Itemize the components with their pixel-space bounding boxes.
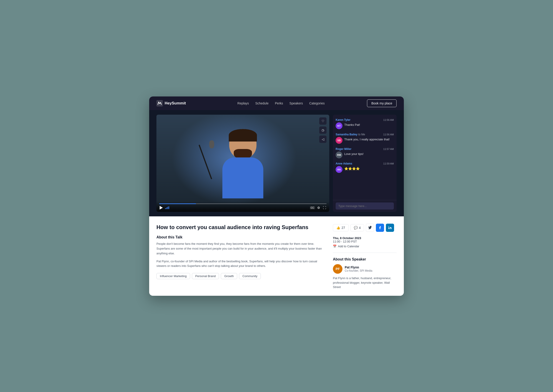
chat-time: 11:59 AM (383, 162, 394, 165)
like-button[interactable]: 👍 27 (333, 224, 349, 231)
logo[interactable]: HeySummit (156, 100, 186, 106)
chat-message: Karen Tyler 11:56 AM KT Thanks Pat! (336, 118, 394, 129)
settings-icon[interactable]: ⚙ (317, 205, 321, 210)
comment-button[interactable]: 💬 4 (350, 224, 364, 231)
play-icon (160, 206, 163, 210)
talk-title: How to convert you casual audience into … (156, 224, 324, 231)
speaker-heading: About this Speaker (333, 257, 397, 261)
linkedin-share-button[interactable] (386, 224, 394, 232)
tag-personal-brand[interactable]: Personal Brand (192, 273, 219, 279)
play-button[interactable] (159, 205, 163, 210)
video-thumbnail: ♡ ◷ ◁ (156, 115, 329, 212)
progress-fill (159, 203, 196, 204)
chat-input-area (333, 200, 397, 212)
heart-icon[interactable]: ♡ (319, 117, 326, 125)
thumbs-up-icon: 👍 (336, 226, 340, 230)
share-icon[interactable]: ◁ (319, 136, 326, 143)
chat-sender-name: Roger Miller (336, 147, 351, 151)
tag-growth[interactable]: Growth (221, 273, 237, 279)
chat-time: 11:57 AM (383, 148, 394, 150)
avatar: SB (336, 137, 342, 144)
tags-row: Influencer Marketing Personal Brand Grow… (156, 273, 324, 279)
chat-sender-name: Anne Adams (336, 162, 352, 165)
speaker-info: Pat Flynn Co-founder, SPI Media (345, 266, 372, 272)
clock-icon[interactable]: ◷ (319, 126, 326, 134)
add-calendar-label: Add to Calendar (338, 245, 359, 248)
nav-perks[interactable]: Perks (275, 101, 283, 105)
content-sidebar: 👍 27 💬 4 Thu, 8 October (333, 224, 397, 289)
video-side-icons: ♡ ◷ ◁ (319, 117, 326, 143)
date-block: Thu, 8 October 2023 11:00 - 12:00 PST 📅 … (333, 236, 397, 248)
comment-icon: 💬 (354, 226, 358, 230)
nav-schedule[interactable]: Schedule (255, 101, 269, 105)
fullscreen-icon[interactable]: ⛶ (322, 205, 326, 210)
comment-count: 4 (359, 226, 361, 230)
chat-time: 11:56 AM (383, 119, 394, 121)
nav-categories[interactable]: Categories (309, 101, 325, 105)
speaker-avatar: PF (333, 264, 342, 274)
speaker-row: PF Pat Flynn Co-founder, SPI Media (333, 264, 397, 274)
chat-text: Thank you, I really appreciate that! (344, 137, 389, 141)
like-count: 27 (342, 226, 345, 230)
video-controls: CC ⚙ ⛶ (156, 202, 329, 212)
facebook-share-button[interactable] (376, 224, 384, 232)
about-heading: About this Talk (156, 235, 324, 239)
speaker-title: Co-founder, SPI Media (345, 269, 372, 272)
tag-influencer-marketing[interactable]: Influencer Marketing (156, 273, 190, 279)
chat-message: Anne Adams 11:59 AM AA ⭐⭐⭐⭐ (336, 162, 394, 173)
chat-sender-name: Samantha Bailey to Me (336, 133, 365, 136)
video-player[interactable]: ♡ ◷ ◁ (156, 115, 329, 212)
book-button[interactable]: Book my place (367, 99, 397, 107)
calendar-icon: 📅 (333, 245, 337, 248)
content-main: How to convert you casual audience into … (156, 224, 324, 289)
svg-point-1 (389, 226, 389, 227)
chat-sender-name: Karen Tyler (336, 118, 350, 121)
divider (333, 252, 397, 253)
add-to-calendar-button[interactable]: 📅 Add to Calendar (333, 245, 397, 248)
chat-time: 11:56 AM (383, 133, 394, 136)
event-date: Thu, 8 October 2023 (333, 236, 397, 240)
progress-track[interactable] (159, 203, 326, 204)
about-paragraph-1: People don't become fans the moment they… (156, 242, 324, 256)
social-row: 👍 27 💬 4 (333, 224, 397, 232)
speaker-bio: Pat Flynn is a father, husband, entrepre… (333, 276, 397, 289)
avatar: RM (336, 152, 342, 158)
twitter-share-button[interactable] (366, 224, 374, 232)
logo-text: HeySummit (165, 101, 186, 105)
content-section: How to convert you casual audience into … (149, 216, 404, 296)
video-section: ♡ ◷ ◁ (149, 110, 404, 217)
navigation: HeySummit Replays Schedule Perks Speaker… (149, 97, 404, 110)
chat-message: Roger Miller 11:57 AM RM Love your tips! (336, 147, 394, 158)
chat-message: Samantha Bailey to Me 11:56 AM SB Thank … (336, 133, 394, 144)
speaker-section: About this Speaker PF Pat Flynn Co-found… (333, 257, 397, 289)
speaker-name: Pat Flynn (345, 266, 372, 269)
volume-indicator (165, 206, 169, 209)
nav-replays[interactable]: Replays (237, 101, 249, 105)
nav-speakers[interactable]: Speakers (290, 101, 303, 105)
avatar: KT (336, 122, 342, 129)
chat-text: Thanks Pat! (344, 122, 360, 127)
about-paragraph-2: Pat Flynn, co-founder of SPI Media and a… (156, 259, 324, 269)
chat-suffix: to Me (358, 133, 365, 136)
chat-text: ⭐⭐⭐⭐ (344, 166, 360, 171)
chat-text: Love your tips! (344, 152, 364, 156)
nav-links: Replays Schedule Perks Speakers Categori… (195, 101, 367, 105)
tag-community[interactable]: Community (239, 273, 261, 279)
event-time: 11:00 - 12:00 PST (333, 240, 397, 243)
chat-messages: Karen Tyler 11:56 AM KT Thanks Pat! Sama… (333, 115, 397, 200)
chat-panel: Karen Tyler 11:56 AM KT Thanks Pat! Sama… (333, 115, 397, 212)
chat-input[interactable] (336, 203, 394, 210)
avatar: AA (336, 166, 342, 173)
cc-button[interactable]: CC (310, 206, 315, 209)
